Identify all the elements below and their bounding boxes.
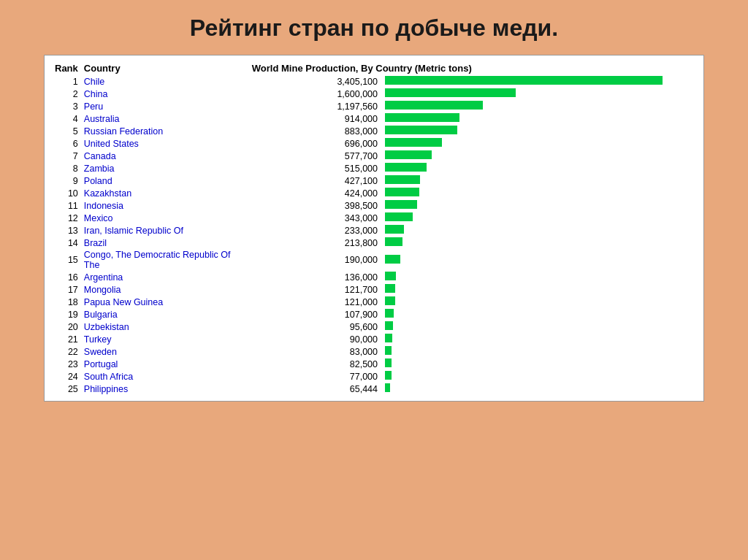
rank-header: Rank: [52, 61, 81, 75]
bar-cell: [382, 308, 696, 321]
rank-cell: 18: [52, 296, 81, 308]
rank-cell: 12: [52, 212, 81, 224]
bar-cell: [382, 150, 696, 162]
bar: [385, 383, 390, 392]
rank-cell: 14: [52, 237, 81, 249]
bar: [385, 163, 427, 172]
table-row: 10 Kazakhstan 424,000: [52, 187, 696, 199]
rank-cell: 9: [52, 174, 81, 187]
bar: [385, 101, 483, 110]
table-row: 18 Papua New Guinea 121,000: [52, 296, 696, 308]
rank-cell: 13: [52, 224, 81, 237]
table-row: 17 Mongolia 121,700: [52, 283, 696, 296]
value-cell: 398,500: [249, 199, 382, 212]
bar: [385, 371, 392, 380]
table-row: 24 South Africa 77,000: [52, 370, 696, 383]
bar-cell: [382, 224, 696, 237]
country-cell: Russian Federation: [81, 125, 249, 137]
country-cell: Sweden: [81, 345, 249, 358]
country-cell: Mexico: [81, 212, 249, 224]
rank-cell: 17: [52, 283, 81, 296]
bar-cell: [382, 174, 696, 187]
table-row: 23 Portugal 82,500: [52, 358, 696, 370]
rank-cell: 22: [52, 345, 81, 358]
bar-cell: [382, 212, 696, 224]
rank-cell: 25: [52, 383, 81, 395]
country-cell: China: [81, 88, 249, 100]
bar: [385, 200, 417, 209]
bar-cell: [382, 187, 696, 199]
country-cell: United States: [81, 137, 249, 150]
bar: [385, 255, 400, 264]
bar-cell: [382, 370, 696, 383]
bar-cell: [382, 296, 696, 308]
value-cell: 213,800: [249, 237, 382, 249]
rank-cell: 5: [52, 125, 81, 137]
table-row: 4 Australia 914,000: [52, 112, 696, 125]
value-cell: 82,500: [249, 358, 382, 370]
country-cell: Portugal: [81, 358, 249, 370]
value-cell: 883,000: [249, 125, 382, 137]
rank-cell: 2: [52, 88, 81, 100]
table-row: 21 Turkey 90,000: [52, 333, 696, 345]
value-cell: 90,000: [249, 333, 382, 345]
value-cell: 515,000: [249, 162, 382, 174]
rank-cell: 3: [52, 100, 81, 112]
country-cell: Argentina: [81, 271, 249, 283]
table-row: 2 China 1,600,000: [52, 88, 696, 100]
country-header: Country: [81, 61, 249, 75]
table-row: 8 Zambia 515,000: [52, 162, 696, 174]
value-cell: 914,000: [249, 112, 382, 125]
bar: [385, 272, 396, 280]
table-row: 9 Poland 427,100: [52, 174, 696, 187]
bar-cell: [382, 100, 696, 112]
country-cell: Zambia: [81, 162, 249, 174]
bar: [385, 212, 413, 221]
value-cell: 696,000: [249, 137, 382, 150]
bar-cell: [382, 162, 696, 174]
bar: [385, 284, 395, 293]
rank-cell: 8: [52, 162, 81, 174]
rank-cell: 1: [52, 75, 81, 88]
bar: [385, 358, 392, 367]
value-cell: 136,000: [249, 271, 382, 283]
rank-cell: 10: [52, 187, 81, 199]
bar: [385, 237, 402, 246]
value-cell: 424,000: [249, 187, 382, 199]
bar: [385, 309, 394, 318]
country-cell: Iran, Islamic Republic Of: [81, 224, 249, 237]
table-row: 3 Peru 1,197,560: [52, 100, 696, 112]
bar-cell: [382, 383, 696, 395]
bar-cell: [382, 321, 696, 333]
table-container: Rank Country World Mine Production, By C…: [44, 55, 704, 402]
country-cell: Congo, The Democratic Republic Of The: [81, 249, 249, 271]
table-row: 16 Argentina 136,000: [52, 271, 696, 283]
rank-cell: 20: [52, 321, 81, 333]
value-cell: 83,000: [249, 345, 382, 358]
country-cell: Chile: [81, 75, 249, 88]
country-cell: Philippines: [81, 383, 249, 395]
bar-cell: [382, 358, 696, 370]
country-cell: Uzbekistan: [81, 321, 249, 333]
bar: [385, 296, 395, 305]
value-cell: 190,000: [249, 249, 382, 271]
country-cell: Papua New Guinea: [81, 296, 249, 308]
table-row: 11 Indonesia 398,500: [52, 199, 696, 212]
table-row: 14 Brazil 213,800: [52, 237, 696, 249]
bar: [385, 126, 457, 134]
slide: Рейтинг стран по добыче меди. Rank Count…: [0, 0, 748, 560]
value-cell: 343,000: [249, 212, 382, 224]
rank-cell: 24: [52, 370, 81, 383]
bar: [385, 138, 442, 147]
value-cell: 1,197,560: [249, 100, 382, 112]
bar-cell: [382, 237, 696, 249]
value-cell: 65,444: [249, 383, 382, 395]
bar-cell: [382, 112, 696, 125]
bar-cell: [382, 271, 696, 283]
page-title: Рейтинг стран по добыче меди.: [190, 15, 558, 42]
value-cell: 233,000: [249, 224, 382, 237]
bar: [385, 346, 392, 355]
value-cell: 121,700: [249, 283, 382, 296]
table-row: 19 Bulgaria 107,900: [52, 308, 696, 321]
bar: [385, 150, 432, 159]
